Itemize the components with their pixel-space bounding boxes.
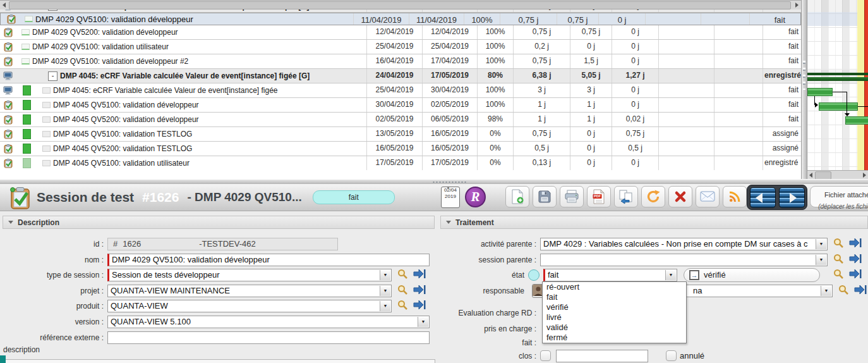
copy-button[interactable] — [614, 186, 638, 207]
previous-record-button[interactable] — [750, 187, 776, 208]
clos-checkbox[interactable] — [540, 350, 551, 361]
table-row[interactable]: DMP 4045: eCRF Variable calculée Valeur … — [0, 83, 801, 98]
session-parente-select[interactable] — [540, 254, 828, 266]
dropdown-arrow-icon[interactable] — [821, 286, 831, 296]
record-id: #1626 — [142, 190, 179, 205]
rss-button[interactable] — [723, 186, 747, 207]
user-avatar[interactable]: R — [465, 187, 486, 207]
type-session-select[interactable]: Session de tests développeur — [107, 269, 392, 281]
table-row[interactable]: DMP 4029 QV5100: validation développeur … — [0, 54, 801, 69]
description-textarea[interactable] — [5, 359, 435, 363]
scrollbar-thumb[interactable] — [9, 1, 791, 9]
refresh-button[interactable] — [641, 186, 665, 207]
splitter-handle-icon[interactable] — [803, 61, 805, 90]
dropdown-arrow-icon[interactable] — [665, 270, 676, 280]
gantt-bar[interactable] — [845, 116, 868, 125]
go-to-icon[interactable] — [849, 254, 862, 266]
search-icon[interactable] — [833, 268, 844, 282]
clipboard-check-icon — [0, 115, 16, 125]
table-row[interactable]: DMP 4045 QV5200: validation TESTLOG 16/0… — [0, 142, 801, 156]
scroll-left-icon[interactable] — [809, 173, 812, 178]
section-traitement[interactable]: Traitement — [440, 216, 868, 229]
scroll-right-icon[interactable] — [795, 3, 799, 8]
produit-select[interactable]: QUANTA-VIEW — [107, 300, 392, 312]
status: enregistré — [763, 69, 801, 83]
table-row[interactable]: DMP 4029 QV5100: validation utilisateur … — [0, 40, 801, 54]
gantt-summary-bar[interactable] — [807, 77, 868, 81]
dropdown-arrow-icon[interactable] — [380, 301, 390, 311]
calendar-icon[interactable]: 02/04 2019 — [441, 187, 460, 208]
gantt-summary-bar[interactable] — [807, 73, 868, 75]
dropdown-arrow-icon[interactable] — [380, 270, 390, 280]
search-icon[interactable] — [833, 237, 844, 251]
new-document-button[interactable] — [505, 186, 529, 207]
table-row[interactable]: DMP 4029 QV5200: validation développeur … — [0, 25, 801, 40]
dropdown-option[interactable]: fermé — [543, 333, 686, 343]
splitter-grip-icon[interactable] — [432, 181, 467, 183]
go-to-icon[interactable] — [413, 269, 426, 281]
table-row[interactable]: DMP 4045 QV5200: validation développeur … — [0, 113, 801, 127]
status: assigné — [763, 127, 801, 141]
version-select[interactable]: QUANTA-VIEW 5.100 — [107, 316, 430, 328]
dropdown-option[interactable]: ré-ouvert — [543, 282, 686, 292]
table-row[interactable]: -DMP 4045: eCRF Variable calculée Valeur… — [0, 69, 801, 83]
dropdown-arrow-icon[interactable] — [816, 239, 826, 249]
vertical-splitter[interactable] — [801, 0, 807, 179]
search-icon[interactable] — [397, 284, 408, 298]
go-to-icon[interactable] — [413, 285, 426, 297]
dropdown-option[interactable]: fait — [543, 292, 686, 302]
scroll-right-icon[interactable] — [863, 173, 866, 178]
clipboard-check-icon — [3, 15, 20, 24]
nom-input[interactable] — [107, 254, 430, 266]
etat-combo-input[interactable]: fait — [543, 269, 677, 281]
remaining-days: 0 j — [598, 13, 645, 25]
gantt-bar[interactable] — [819, 102, 858, 111]
delete-button[interactable] — [668, 186, 692, 207]
session-parente-label: session parente : — [442, 255, 540, 264]
search-icon[interactable] — [397, 299, 408, 313]
table-row[interactable]: DMP 4045 QV5100: validation développeur … — [0, 98, 801, 113]
collapse-icon[interactable]: - — [48, 71, 57, 81]
remaining-days: 0 j — [612, 83, 658, 97]
attach-file-button[interactable]: Fichier attaché (déplacer les fichiers — [810, 186, 868, 207]
section-description[interactable]: Description — [3, 216, 435, 229]
done-days: 0 j — [570, 40, 612, 54]
table-row[interactable]: DMP 4045 QV5100: validation utilisateur … — [0, 156, 801, 170]
clos-date-input[interactable] — [556, 350, 648, 362]
description-form: id : # 1626 -TESTDEV-462 nom : type de s… — [0, 229, 437, 363]
dropdown-option[interactable]: validé — [543, 323, 686, 333]
save-button[interactable] — [533, 186, 557, 207]
dropdown-arrow-icon[interactable] — [816, 255, 826, 265]
dropdown-arrow-icon[interactable] — [418, 317, 428, 327]
scroll-left-icon[interactable] — [3, 3, 6, 8]
search-icon[interactable] — [397, 268, 408, 282]
transition-arrow-icon: → — [689, 270, 699, 280]
search-icon[interactable] — [833, 253, 844, 267]
task-flag-icon — [42, 131, 51, 137]
done-days: 0,75 j — [557, 13, 598, 25]
go-to-icon[interactable] — [849, 238, 862, 250]
table-row[interactable]: DMP 4029 QV5100: validation développeur … — [0, 13, 801, 25]
email-button[interactable] — [696, 186, 720, 207]
search-icon[interactable] — [838, 284, 849, 298]
gantt-horizontal-scrollbar[interactable] — [807, 170, 868, 180]
dropdown-option[interactable]: vérifié — [543, 302, 686, 312]
transition-verifie-button[interactable]: →vérifié — [684, 268, 820, 282]
clipboard-check-icon — [0, 42, 16, 52]
export-pdf-button[interactable]: PDF — [587, 186, 611, 207]
dropdown-option[interactable]: livré — [543, 312, 686, 323]
next-record-button[interactable] — [779, 187, 805, 208]
done-days: 0 j — [570, 156, 612, 170]
dropdown-arrow-icon[interactable] — [380, 286, 390, 296]
activite-parente-select[interactable]: DMP 4029 : Variables calculées - Non pri… — [540, 238, 828, 250]
reference-externe-input[interactable] — [107, 331, 430, 344]
annule-checkbox[interactable] — [666, 350, 677, 361]
table-row[interactable]: DMP 4045 QV5100: validation TESTLOG 13/0… — [0, 127, 801, 142]
projet-select[interactable]: QUANTA-VIEW MAINTENANCE — [107, 285, 392, 297]
print-button[interactable] — [560, 186, 584, 207]
gantt-bar[interactable] — [807, 88, 833, 96]
go-to-icon[interactable] — [413, 300, 426, 312]
table-horizontal-scrollbar[interactable] — [0, 0, 801, 9]
go-to-icon[interactable] — [854, 285, 867, 297]
go-to-icon[interactable] — [849, 269, 862, 281]
